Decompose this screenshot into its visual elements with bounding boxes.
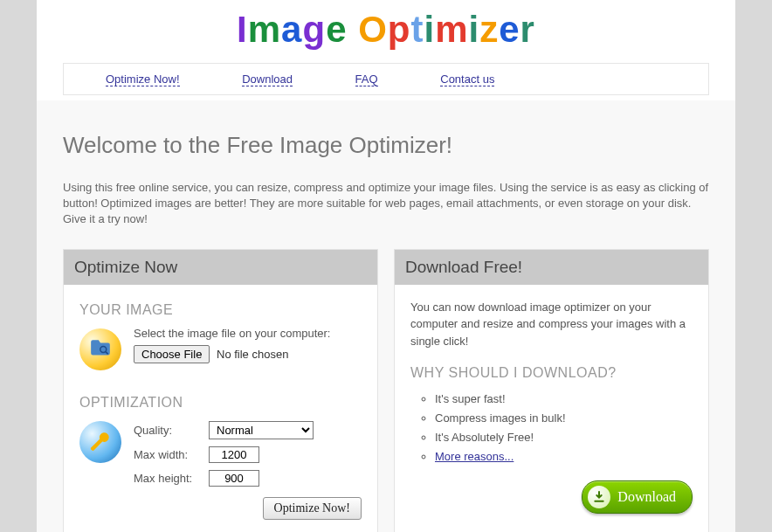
max-width-input[interactable] (209, 446, 259, 463)
file-field: Select the image file on your computer: … (134, 327, 330, 363)
download-intro: You can now download image optimizer on … (410, 299, 693, 350)
folder-search-icon (79, 328, 121, 370)
download-button[interactable]: Download (582, 480, 693, 514)
optimize-box: Optimize Now YOUR IMAGE Select the image… (63, 249, 378, 532)
main-nav: Optimize Now! Download FAQ Contact us (63, 63, 709, 95)
download-box: Download Free! You can now download imag… (394, 249, 709, 532)
max-width-label: Max width: (134, 448, 209, 461)
download-arrow-icon (588, 486, 610, 508)
quality-label: Quality: (134, 424, 209, 437)
logo: Image Optimizer (237, 9, 535, 51)
optimize-box-title: Optimize Now (64, 250, 377, 285)
nav-download[interactable]: Download (242, 73, 293, 86)
reason-item: Compress images in bulk! (435, 409, 693, 428)
reason-item: More reasons... (435, 447, 693, 466)
more-reasons-link[interactable]: More reasons... (435, 450, 514, 463)
page-title: Welcome to the Free Image Optimizer! (63, 100, 709, 180)
download-button-label: Download (617, 489, 676, 505)
boxes: Optimize Now YOUR IMAGE Select the image… (63, 249, 709, 532)
download-box-title: Download Free! (395, 250, 708, 285)
reasons-list: It's super fast! Compress images in bulk… (410, 390, 693, 466)
optimization-grid: Quality: Normal Max width: Max height: (134, 421, 314, 487)
intro-text: Using this free online service, you can … (63, 180, 709, 249)
quality-select[interactable]: Normal (209, 421, 314, 439)
nav-optimize-now[interactable]: Optimize Now! (106, 73, 180, 86)
nav-faq[interactable]: FAQ (355, 73, 378, 86)
max-height-input[interactable] (209, 470, 259, 487)
reason-item: It's super fast! (435, 390, 693, 409)
content: Welcome to the Free Image Optimizer! Usi… (37, 100, 735, 532)
max-height-label: Max height: (134, 472, 209, 485)
header: Image Optimizer (37, 0, 735, 63)
choose-file-button[interactable]: Choose File (134, 345, 210, 363)
optimization-heading: OPTIMIZATION (79, 395, 362, 411)
select-prompt: Select the image file on your computer: (134, 327, 330, 340)
file-status: No file chosen (217, 348, 288, 361)
page-container: Image Optimizer Optimize Now! Download F… (37, 0, 735, 532)
why-download-heading: WHY SHOULD I DOWNLOAD? (410, 365, 693, 381)
reason-item: It's Absolutely Free! (435, 428, 693, 447)
wrench-icon (79, 421, 121, 463)
optimize-now-button[interactable]: Optimize Now! (263, 497, 362, 520)
nav-contact[interactable]: Contact us (440, 73, 494, 86)
your-image-heading: YOUR IMAGE (79, 302, 362, 318)
